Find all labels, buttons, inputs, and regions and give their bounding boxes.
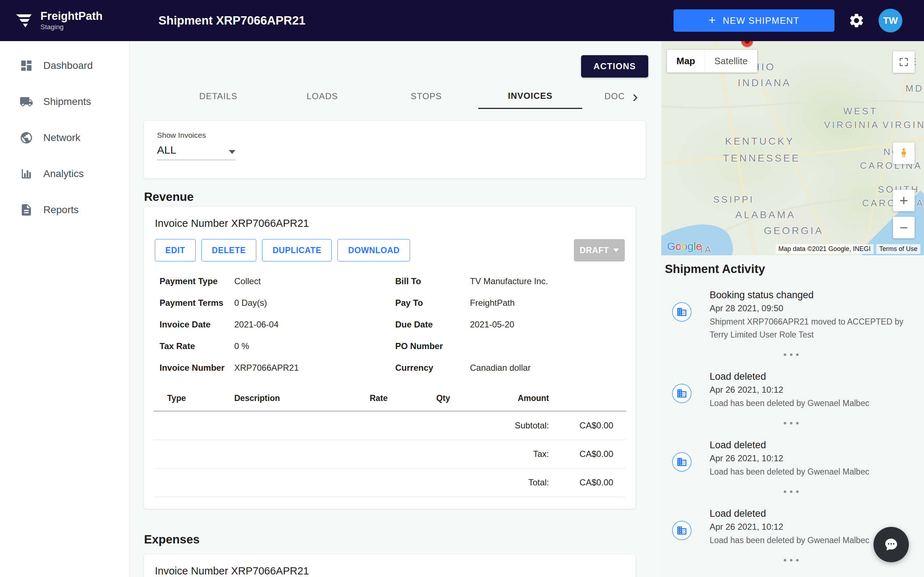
map-type-satellite-button[interactable]: Satellite [704, 50, 757, 73]
download-button[interactable]: DOWNLOAD [338, 239, 410, 261]
field-label: Invoice Number [160, 363, 234, 373]
invoice-number-title: Invoice Number XRP7066APR21 [155, 565, 625, 577]
subtotal-label: Subtotal: [515, 421, 549, 430]
map-state-label: SSIPPI [713, 194, 754, 205]
column-header: Description [234, 393, 339, 403]
subtotal-row: Subtotal: CA$0.00 [153, 411, 626, 440]
duplicate-button[interactable]: DUPLICATE [262, 239, 332, 261]
brand-name: FreightPath [40, 10, 102, 23]
field-value: TV Manufacture Inc. [470, 276, 625, 286]
field-value: 0 Day(s) [234, 298, 395, 308]
activity-item: Booking status changed Apr 28 2021, 09:5… [661, 288, 924, 341]
fullscreen-button[interactable] [893, 51, 914, 73]
show-invoices-label: Show Invoices [157, 131, 633, 140]
map-state-label: KENTUCKY [725, 135, 795, 147]
column-header: Rate [339, 393, 388, 403]
map-attribution: Map data ©2021 Google, INEGI [775, 244, 874, 254]
field-label: Pay To [395, 298, 470, 308]
sidebar-item-label: Shipments [43, 96, 91, 108]
sidebar-item-label: Analytics [43, 168, 84, 180]
field-label: Payment Terms [160, 298, 234, 308]
revenue-section-title: Revenue [144, 190, 194, 204]
activity-title: Shipment Activity [665, 262, 924, 276]
total-label: Total: [528, 477, 549, 488]
main-content: ACTIONS DETAILS LOADS STOPS INVOICES DOC… [130, 41, 661, 577]
activity-collapsed-separator[interactable]: ••• [661, 417, 924, 429]
sidebar-item-dashboard[interactable]: Dashboard [0, 48, 129, 84]
terms-of-use-link[interactable]: Terms of Use [876, 244, 921, 254]
column-header: Type [153, 393, 234, 403]
activity-event-date: Apr 26 2021, 10:12 [709, 452, 921, 464]
map[interactable]: PE OHIO INDIANA MD WEST VIRGINIA VIRGINI… [661, 41, 924, 255]
chat-launcher-button[interactable] [874, 527, 909, 562]
map-state-label: VIRGINIA [824, 119, 880, 131]
settings-gear-icon[interactable] [848, 12, 865, 29]
activity-event-title: Booking status changed [709, 288, 921, 301]
activity-event-date: Apr 28 2021, 09:50 [709, 302, 921, 314]
map-state-label: GEORGIA [764, 225, 824, 237]
total-row: Total: CA$0.00 [153, 469, 626, 497]
field-label: Payment Type [160, 276, 234, 286]
building-icon [672, 302, 691, 322]
field-label: Currency [395, 363, 470, 373]
show-invoices-select[interactable]: ALL [157, 144, 235, 160]
activity-event-title: Load deleted [709, 438, 921, 451]
tab-details[interactable]: DETAILS [166, 84, 270, 109]
activity-event-description: Load has been deleted by Gwenael Malbec [709, 465, 921, 478]
new-shipment-button[interactable]: + NEW SHIPMENT [674, 10, 835, 32]
sidebar-item-network[interactable]: Network [0, 120, 129, 156]
map-type-map-button[interactable]: Map [667, 50, 704, 73]
activity-event-description: Shipment XRP7066APR21 moved to ACCEPTED … [709, 315, 921, 341]
sidebar-item-shipments[interactable]: Shipments [0, 84, 129, 120]
tab-invoices[interactable]: INVOICES [478, 84, 582, 109]
activity-event-title: Load deleted [709, 370, 921, 383]
map-state-label: VIRGINIA [882, 119, 924, 131]
map-type-control: Map Satellite [667, 50, 757, 73]
activity-item: Load deleted Apr 26 2021, 10:12 Load has… [661, 370, 924, 410]
sidebar-item-reports[interactable]: Reports [0, 192, 129, 228]
field-value: 2021-05-20 [470, 319, 625, 330]
tab-loads[interactable]: LOADS [270, 84, 374, 109]
edit-button[interactable]: EDIT [155, 239, 195, 261]
activity-collapsed-separator[interactable]: ••• [661, 349, 924, 361]
activity-collapsed-separator[interactable]: ••• [661, 486, 924, 498]
chat-bubble-icon [883, 536, 900, 553]
field-value: FreightPath [470, 298, 625, 308]
status-draft-dropdown[interactable]: DRAFT [574, 239, 625, 261]
field-label: Invoice Date [160, 319, 234, 330]
app-header: FreightPath Staging Shipment XRP7066APR2… [0, 0, 924, 41]
pegman-street-view-button[interactable] [893, 142, 914, 164]
activity-item: Load deleted Apr 26 2021, 10:12 Load has… [661, 438, 924, 478]
invoice-actions-row: EDIT DELETE DUPLICATE DOWNLOAD DRAFT [155, 239, 625, 261]
field-value: XRP7066APR21 [234, 363, 395, 373]
delete-button[interactable]: DELETE [201, 239, 256, 261]
pegman-icon [898, 148, 909, 159]
zoom-out-button[interactable]: − [893, 217, 914, 239]
tab-bar: DETAILS LOADS STOPS INVOICES DOC [166, 84, 647, 109]
dashboard-icon [19, 59, 33, 73]
tab-stops[interactable]: STOPS [374, 84, 478, 109]
bar-chart-icon [19, 167, 33, 181]
user-avatar[interactable]: TW [879, 9, 902, 32]
freightpath-logo-icon [15, 11, 33, 30]
chevron-down-icon [613, 248, 619, 252]
invoice-number-title: Invoice Number XRP7066APR21 [155, 218, 625, 229]
invoice-fields: Payment Type Collect Bill To TV Manufact… [160, 271, 625, 379]
google-logo[interactable]: Google [667, 240, 702, 253]
field-value: 2021-06-04 [234, 319, 395, 330]
zoom-in-button[interactable]: + [893, 190, 914, 211]
building-icon [672, 384, 691, 403]
subtotal-value: CA$0.00 [549, 421, 626, 430]
invoice-filter-card: Show Invoices ALL [144, 121, 646, 179]
field-label: Bill To [395, 276, 470, 286]
sidebar-item-analytics[interactable]: Analytics [0, 156, 129, 192]
field-value: 0 % [234, 341, 395, 351]
field-label: Due Date [395, 319, 470, 330]
plus-icon: + [709, 13, 716, 27]
revenue-invoice-card: Invoice Number XRP7066APR21 EDIT DELETE … [144, 206, 636, 509]
actions-button[interactable]: ACTIONS [581, 55, 648, 77]
building-icon [672, 521, 691, 540]
expenses-invoice-card: Invoice Number XRP7066APR21 [144, 554, 636, 577]
tax-row: Tax: CA$0.00 [153, 440, 626, 469]
tabs-overflow-chevron-icon[interactable]: › [632, 87, 638, 105]
